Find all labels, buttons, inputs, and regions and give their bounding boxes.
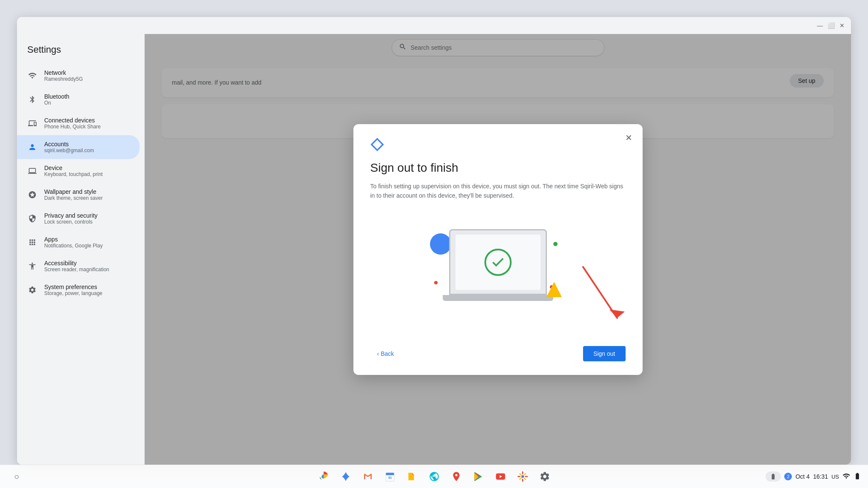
devices-icon [27, 118, 37, 128]
taskbar-gmail[interactable] [358, 467, 378, 486]
svg-line-0 [583, 267, 617, 318]
dialog-illustration [370, 213, 626, 326]
sidebar-item-system[interactable]: System preferences Storage, power, langu… [17, 278, 139, 302]
dialog-footer: ‹ Back Sign out [370, 339, 626, 361]
system-tray-toggles[interactable] [766, 471, 781, 482]
svg-marker-1 [609, 309, 625, 318]
sidebar-item-accessibility[interactable]: Accessibility Screen reader, magnificati… [17, 254, 139, 278]
sidebar-system-sub: Storage, power, language [44, 290, 102, 296]
wifi-status-icon [842, 472, 850, 481]
deco-blue-large [430, 233, 451, 255]
taskbar-locale: US [831, 474, 839, 480]
deco-yellow-triangle [546, 282, 562, 297]
sidebar-apps-sub: Notifications, Google Play [44, 243, 102, 249]
sidebar-item-privacy-text: Privacy and security Lock screen, contro… [44, 212, 97, 225]
sidebar-accounts-label: Accounts [44, 141, 94, 148]
maximize-button[interactable]: ⬜ [827, 22, 835, 29]
back-button[interactable]: ‹ Back [370, 347, 401, 360]
sidebar-item-privacy[interactable]: Privacy and security Lock screen, contro… [17, 207, 139, 230]
sidebar-accounts-sub: sqiril.web@gmail.com [44, 148, 94, 153]
sidebar-bluetooth-label: Bluetooth [44, 93, 69, 100]
sidebar-item-connected-devices[interactable]: Connected devices Phone Hub, Quick Share [17, 111, 139, 135]
sidebar-item-device-text: Device Keyboard, touchpad, print [44, 165, 102, 177]
close-icon: ✕ [625, 133, 632, 143]
sidebar-accessibility-sub: Screen reader, magnification [44, 267, 109, 272]
sidebar-wallpaper-sub: Dark theme, screen saver [44, 195, 102, 201]
sidebar-privacy-sub: Lock screen, controls [44, 219, 97, 225]
sidebar-privacy-label: Privacy and security [44, 212, 97, 219]
close-window-button[interactable]: ✕ [838, 22, 846, 29]
laptop-base [443, 295, 553, 301]
laptop-screen [449, 229, 547, 295]
sidebar-item-bluetooth[interactable]: Bluetooth On [17, 88, 139, 111]
taskbar-date: Oct 4 [795, 473, 809, 480]
sidebar-network-label: Network [44, 69, 83, 76]
sidebar-item-accessibility-text: Accessibility Screen reader, magnificati… [44, 260, 109, 272]
taskbar-youtube[interactable] [491, 467, 510, 486]
wallpaper-icon [27, 190, 37, 200]
taskbar-left: ○ [7, 467, 26, 486]
sidebar-title: Settings [17, 41, 145, 64]
notification-badge[interactable]: 2 [784, 473, 792, 480]
desktop: — ⬜ ✕ Settings Network Rameshreddy5G [0, 0, 868, 488]
wifi-icon [27, 71, 37, 81]
sidebar-item-accounts[interactable]: Accounts sqiril.web@gmail.com [17, 135, 139, 159]
sign-out-button[interactable]: Sign out [583, 346, 625, 361]
taskbar: ○ [0, 465, 868, 488]
sidebar-item-connected-text: Connected devices Phone Hub, Quick Share [44, 117, 101, 130]
taskbar-files[interactable] [402, 467, 422, 486]
dialog-title: Sign out to finish [370, 161, 626, 175]
sidebar-item-wallpaper[interactable]: Wallpaper and style Dark theme, screen s… [17, 183, 139, 207]
svg-point-6 [521, 475, 524, 478]
bluetooth-icon [27, 94, 37, 105]
sidebar-device-label: Device [44, 165, 102, 171]
taskbar-maps[interactable] [447, 467, 466, 486]
taskbar-photos[interactable] [513, 467, 532, 486]
system-icon [27, 285, 37, 295]
dialog-overlay: ✕ Sign out to finish To finish setting u… [145, 34, 851, 465]
deco-green [553, 242, 558, 246]
taskbar-chrome[interactable] [314, 467, 333, 486]
sidebar-system-label: System preferences [44, 284, 102, 290]
taskbar-playstore[interactable] [469, 467, 488, 486]
minimize-button[interactable]: — [816, 22, 824, 29]
sidebar-item-apps[interactable]: Apps Notifications, Google Play [17, 230, 139, 254]
titlebar: — ⬜ ✕ [17, 17, 851, 34]
apps-icon [27, 237, 37, 247]
check-circle [484, 249, 512, 276]
sidebar-accessibility-label: Accessibility [44, 260, 109, 267]
taskbar-settings[interactable] [535, 467, 555, 486]
accessibility-icon [27, 261, 37, 271]
privacy-icon [27, 213, 37, 224]
laptop-screen-inner [455, 235, 541, 290]
sidebar-wallpaper-label: Wallpaper and style [44, 188, 102, 195]
sidebar-item-system-text: System preferences Storage, power, langu… [44, 284, 102, 296]
taskbar-browser2[interactable] [424, 467, 444, 486]
dialog-body: To finish setting up supervision on this… [370, 182, 626, 201]
laptop-illustration [443, 229, 553, 310]
account-icon [27, 142, 37, 152]
main-content: Set up mail, and more. If you want to ad… [145, 34, 851, 465]
taskbar-gemini[interactable] [336, 467, 356, 486]
sidebar-item-device[interactable]: Device Keyboard, touchpad, print [17, 159, 139, 183]
back-button-label: Back [381, 350, 394, 357]
sidebar-item-network-text: Network Rameshreddy5G [44, 69, 83, 82]
dialog-header-icon [370, 138, 626, 154]
sidebar-item-apps-text: Apps Notifications, Google Play [44, 236, 102, 249]
sidebar-connected-sub: Phone Hub, Quick Share [44, 124, 101, 130]
taskbar-calendar[interactable]: 31 [380, 467, 400, 486]
red-arrow-annotation [575, 258, 643, 335]
dialog-close-button[interactable]: ✕ [622, 131, 636, 145]
sidebar-connected-label: Connected devices [44, 117, 101, 124]
sidebar: Settings Network Rameshreddy5G [17, 34, 145, 465]
launcher-button[interactable]: ○ [7, 467, 26, 486]
window-body: Settings Network Rameshreddy5G [17, 34, 851, 465]
sidebar-item-bluetooth-text: Bluetooth On [44, 93, 69, 106]
taskbar-time: 16:31 [813, 473, 828, 480]
svg-text:31: 31 [388, 476, 391, 479]
deco-red-small [434, 281, 438, 284]
sidebar-apps-label: Apps [44, 236, 102, 243]
back-chevron-icon: ‹ [377, 350, 379, 357]
battery-icon [854, 472, 861, 481]
sidebar-item-network[interactable]: Network Rameshreddy5G [17, 64, 139, 88]
